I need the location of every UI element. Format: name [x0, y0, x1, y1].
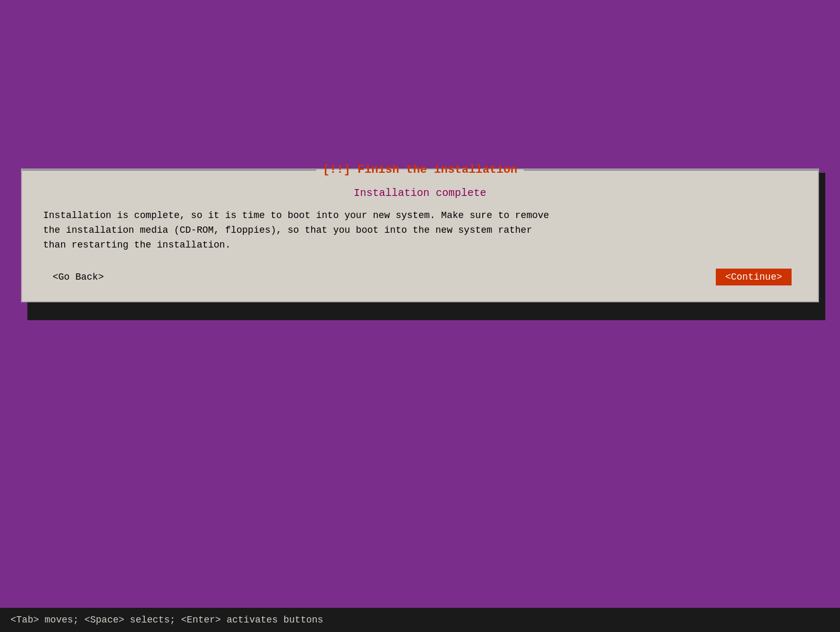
message-line3: than restarting the installation. — [43, 240, 231, 250]
dialog-subtitle: Installation complete — [43, 187, 797, 199]
bottom-bar-text: <Tab> moves; <Space> selects; <Enter> ac… — [11, 615, 323, 625]
bottom-bar: <Tab> moves; <Space> selects; <Enter> ac… — [0, 608, 840, 632]
title-line-left — [22, 170, 316, 171]
dialog-body: Installation complete Installation is co… — [22, 176, 818, 301]
continue-button[interactable]: <Continue> — [716, 269, 792, 285]
dialog-message: Installation is complete, so it is time … — [43, 209, 797, 253]
message-line1: Installation is complete, so it is time … — [43, 210, 549, 221]
message-line2: the installation media (CD-ROM, floppies… — [43, 225, 532, 235]
dialog-buttons: <Go Back> <Continue> — [43, 269, 797, 285]
go-back-button[interactable]: <Go Back> — [48, 270, 108, 284]
title-line-right — [524, 170, 818, 171]
dialog-title-bar: [!!] Finish the installation — [22, 163, 818, 176]
dialog-container: [!!] Finish the installation Installatio… — [21, 169, 819, 302]
dialog-title: [!!] Finish the installation — [316, 163, 524, 176]
dialog-box: [!!] Finish the installation Installatio… — [21, 169, 819, 302]
